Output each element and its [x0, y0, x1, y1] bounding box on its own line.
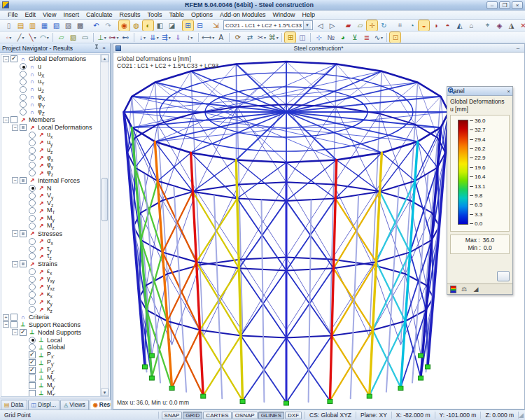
- tree-checkbox[interactable]: [10, 116, 18, 123]
- tree-expander-icon[interactable]: −: [3, 56, 9, 62]
- tree-radio[interactable]: [29, 276, 36, 283]
- zoom-window-icon[interactable]: ⌗: [395, 20, 405, 31]
- edit-connect-icon[interactable]: ⌘▾: [268, 32, 279, 43]
- support-tool-icon[interactable]: ⊥▾: [97, 32, 107, 43]
- tree-radio[interactable]: [29, 169, 36, 176]
- tree-radio[interactable]: [29, 147, 36, 154]
- panel-toggle-icon[interactable]: ⊡: [390, 32, 400, 43]
- tree-checkbox[interactable]: [29, 382, 36, 389]
- tree-expander-icon[interactable]: −: [12, 261, 18, 267]
- tree-expander-icon[interactable]: −: [12, 230, 18, 237]
- tree-radio[interactable]: [29, 291, 36, 298]
- tree-radio[interactable]: [29, 268, 36, 275]
- tree-item-ux[interactable]: ∩uX: [1, 71, 100, 78]
- solid-tool-icon[interactable]: ▧: [68, 32, 78, 43]
- table-layout-icon[interactable]: ⊟: [195, 20, 205, 31]
- tree-radio[interactable]: [29, 162, 36, 169]
- tree-checkbox[interactable]: [29, 367, 36, 374]
- dimension-icon[interactable]: ⟷▾: [202, 32, 214, 43]
- tree-item-uy[interactable]: ↗uy: [1, 139, 100, 146]
- cross-icon[interactable]: ✕: [518, 20, 525, 31]
- menu-file[interactable]: File: [4, 11, 22, 18]
- tree-expander-icon[interactable]: −: [3, 321, 9, 328]
- tree-checkbox[interactable]: [20, 329, 27, 336]
- tree-checkbox[interactable]: [20, 124, 27, 131]
- tree-radio[interactable]: [20, 86, 27, 93]
- tree-item-strains[interactable]: −↗Strains: [1, 260, 100, 268]
- tree-radio[interactable]: [29, 154, 36, 161]
- colors-render-icon[interactable]: ◕: [337, 32, 348, 43]
- menu-insert[interactable]: Insert: [59, 11, 83, 18]
- tree-radio[interactable]: [20, 78, 27, 85]
- load-case-icon[interactable]: ⇲: [211, 20, 221, 31]
- tree-item-mt[interactable]: ↗MT: [1, 207, 100, 215]
- tree-checkbox[interactable]: [29, 374, 36, 382]
- tree-radio[interactable]: [20, 63, 27, 70]
- opening-tool-icon[interactable]: ▭: [80, 32, 90, 43]
- line-tool-icon[interactable]: ╱▾: [15, 32, 26, 43]
- perspective-icon[interactable]: ⌂: [466, 20, 477, 31]
- scrollbar-thumb[interactable]: [102, 178, 108, 221]
- show-loads-icon[interactable]: ▰: [343, 20, 354, 31]
- menu-help[interactable]: Help: [299, 11, 319, 18]
- tree-checkbox[interactable]: [29, 359, 36, 366]
- undo-icon[interactable]: ↶: [91, 20, 102, 31]
- tree-radio[interactable]: [29, 306, 36, 313]
- tree-item-mz[interactable]: ↗Mz: [1, 223, 100, 230]
- tree-checkbox[interactable]: [29, 351, 36, 358]
- edit-divide-icon[interactable]: ✂▾: [256, 32, 267, 43]
- toggle-dxf[interactable]: DXF: [285, 412, 302, 419]
- tree-item-x[interactable]: ↗φx: [1, 154, 100, 162]
- navigator-tab-views[interactable]: ◬Views: [60, 400, 89, 410]
- view-yz-icon[interactable]: ◓: [442, 20, 453, 31]
- tree-radio[interactable]: [29, 344, 36, 351]
- tree-item-criteria[interactable]: +∩Criteria: [1, 314, 100, 321]
- tree-item-xy[interactable]: ↗γxy: [1, 275, 100, 283]
- tree-item-stresses[interactable]: −↗Stresses: [1, 230, 100, 237]
- save-icon[interactable]: ▦: [39, 20, 50, 31]
- supports-show-icon[interactable]: ⊻: [349, 32, 360, 43]
- filter-tab-icon[interactable]: ◢: [472, 286, 480, 293]
- menu-edit[interactable]: Edit: [22, 11, 40, 18]
- clipping-box-icon[interactable]: ◪: [167, 20, 177, 31]
- visibility-mode-icon[interactable]: ◧: [155, 20, 165, 31]
- navigator-tab-data[interactable]: ▤Data: [1, 400, 27, 410]
- tree-checkbox[interactable]: [29, 390, 36, 397]
- dropdown-caret-icon[interactable]: ▾: [276, 35, 279, 40]
- toggle-grid[interactable]: GRID: [183, 412, 202, 419]
- tree-radio[interactable]: [29, 246, 36, 253]
- menu-tools[interactable]: Tools: [144, 11, 165, 18]
- toggle-glines[interactable]: GLINES: [258, 412, 284, 419]
- tree-radio[interactable]: [29, 337, 36, 344]
- tree-item-pz[interactable]: ⊥Pz': [1, 367, 100, 374]
- tree-expander-icon[interactable]: −: [3, 117, 9, 123]
- tree-item-ux[interactable]: ↗ux: [1, 131, 100, 139]
- show-table-icon[interactable]: ⊞: [183, 20, 193, 31]
- dropdown-caret-icon[interactable]: ▾: [169, 35, 171, 40]
- tree-radio[interactable]: [29, 284, 36, 290]
- previous-load-case-icon[interactable]: ◁: [315, 20, 326, 31]
- member-load-icon[interactable]: ⇊▾: [149, 32, 160, 43]
- tree-item-internalforces[interactable]: −↗Internal Forces: [1, 177, 100, 185]
- tree-item-nodalsupports[interactable]: −⊥Nodal Supports: [1, 328, 100, 336]
- tree-item-vz[interactable]: ↗Vz: [1, 200, 100, 207]
- view-xyz-icon[interactable]: ◒: [419, 20, 429, 31]
- tree-item-y[interactable]: ↗τy: [1, 245, 100, 253]
- pin-icon[interactable]: [92, 44, 100, 52]
- tree-item-py[interactable]: ⊥Py': [1, 359, 100, 367]
- tree-checkbox[interactable]: [20, 177, 27, 184]
- surface-tool-icon[interactable]: ▱: [56, 32, 66, 43]
- select-special-icon[interactable]: ◈: [494, 20, 505, 31]
- dropdown-caret-icon[interactable]: ▾: [190, 35, 192, 40]
- new-icon[interactable]: ▯: [4, 20, 14, 31]
- tree-expander-icon[interactable]: −: [12, 177, 18, 183]
- show-masses-icon[interactable]: ▱: [355, 20, 365, 31]
- scroll-up-icon[interactable]: ▲: [101, 55, 108, 62]
- deform-show-icon[interactable]: ∿▾: [373, 32, 384, 43]
- tree-expander-icon[interactable]: −: [12, 125, 18, 131]
- color-scale-tab-icon[interactable]: [450, 286, 456, 293]
- free-load-icon[interactable]: ⇓: [173, 32, 183, 43]
- tree-item-vy[interactable]: ↗Vy: [1, 192, 100, 200]
- panel-close-icon[interactable]: ×: [507, 88, 510, 94]
- node-tool-icon[interactable]: ◦▾: [4, 32, 14, 43]
